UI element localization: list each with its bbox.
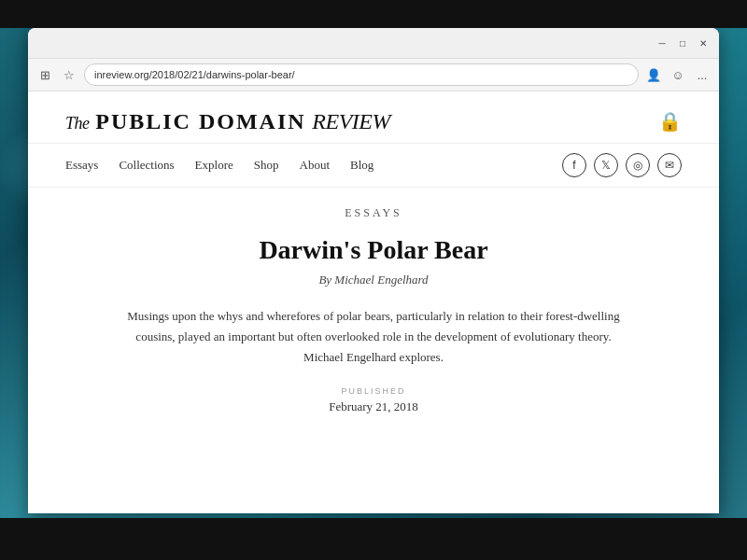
article-description: Musings upon the whys and wherefores of … [121, 306, 626, 368]
profile-icon[interactable]: 👤 [644, 65, 663, 84]
favorites-icon[interactable]: ☆ [60, 65, 78, 84]
browser-content: The PUBLIC DOMAIN REVIEW 🔒 Essays Collec… [28, 91, 719, 513]
site-navigation: Essays Collections Explore Shop About Bl… [28, 144, 719, 188]
section-label: ESSAYS [121, 206, 626, 220]
facebook-icon[interactable]: f [562, 153, 586, 177]
logo-public-domain: PUBLIC DOMAIN [95, 109, 305, 133]
published-label: PUBLISHED [121, 386, 626, 396]
instagram-icon[interactable]: ◎ [626, 153, 650, 177]
site-header: The PUBLIC DOMAIN REVIEW 🔒 [28, 91, 719, 144]
nav-links: Essays Collections Explore Shop About Bl… [65, 158, 374, 173]
logo-review: REVIEW [312, 109, 390, 133]
site-logo: The PUBLIC DOMAIN REVIEW [65, 106, 390, 135]
minimize-button[interactable]: ─ [655, 36, 669, 49]
article-content: ESSAYS Darwin's Polar Bear By Michael En… [28, 188, 719, 433]
browser-window: ─ □ ✕ ⊞ ☆ inreview.org/2018/02/21/darwin… [28, 28, 719, 513]
article-author: By Michael Engelhard [121, 273, 626, 287]
taskbar-top [0, 0, 747, 28]
screenshot-icon[interactable]: ⊞ [35, 65, 54, 84]
nav-blog[interactable]: Blog [350, 158, 374, 173]
emoji-icon[interactable]: ☺ [669, 65, 687, 84]
nav-shop[interactable]: Shop [254, 158, 279, 173]
lock-icon[interactable]: 🔒 [658, 110, 682, 133]
social-icons: f 𝕏 ◎ ✉ [562, 153, 682, 177]
menu-icon[interactable]: ... [693, 65, 712, 84]
address-bar: ⊞ ☆ inreview.org/2018/02/21/darwins-pola… [28, 58, 719, 91]
nav-essays[interactable]: Essays [65, 158, 98, 173]
article-title: Darwin's Polar Bear [121, 235, 626, 265]
title-bar: ─ □ ✕ [28, 28, 719, 58]
logo-the: The [65, 114, 90, 133]
nav-explore[interactable]: Explore [195, 158, 233, 173]
url-input[interactable]: inreview.org/2018/02/21/darwins-polar-be… [84, 63, 639, 86]
twitter-icon[interactable]: 𝕏 [594, 153, 618, 177]
nav-collections[interactable]: Collections [119, 158, 174, 173]
email-icon[interactable]: ✉ [657, 153, 682, 177]
nav-about[interactable]: About [300, 158, 331, 173]
published-date: February 21, 2018 [121, 399, 626, 414]
close-button[interactable]: ✕ [697, 36, 710, 49]
taskbar-bottom [0, 518, 747, 560]
maximize-button[interactable]: □ [676, 36, 689, 49]
